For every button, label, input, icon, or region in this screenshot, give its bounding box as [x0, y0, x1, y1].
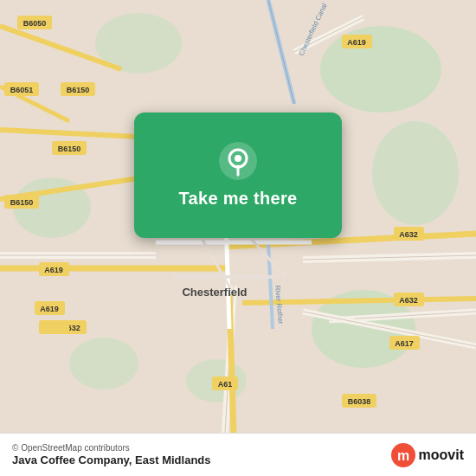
place-name: Java Coffee Company, East Midlands [12, 453, 211, 466]
svg-text:B6051: B6051 [10, 86, 34, 94]
svg-text:Chesterfield: Chesterfield [182, 286, 247, 299]
bottom-left-info: © OpenStreetMap contributors Java Coffee… [12, 443, 211, 466]
svg-text:A619: A619 [347, 38, 366, 47]
svg-rect-55 [39, 320, 69, 334]
cta-card[interactable]: Take me there [134, 113, 342, 238]
moovit-logo: m moovit [391, 443, 464, 467]
moovit-text: moovit [419, 447, 464, 463]
map-container: B6050 B6051 B6150 B6150 B6150 A619 A632 … [0, 0, 476, 433]
svg-text:m: m [396, 448, 408, 463]
svg-point-2 [372, 121, 459, 225]
svg-point-5 [69, 338, 138, 389]
location-pin-icon [219, 142, 257, 180]
cta-label: Take me there [179, 189, 298, 209]
svg-text:A632: A632 [399, 230, 418, 239]
svg-text:B6150: B6150 [10, 198, 34, 207]
svg-text:B6050: B6050 [23, 19, 47, 28]
svg-text:A619: A619 [40, 305, 59, 313]
bottom-bar: © OpenStreetMap contributors Java Coffee… [0, 433, 476, 476]
svg-text:A619: A619 [44, 266, 63, 274]
osm-attribution: © OpenStreetMap contributors [12, 443, 211, 453]
svg-text:A632: A632 [399, 296, 418, 305]
svg-point-71 [235, 155, 241, 162]
svg-text:A61: A61 [218, 380, 233, 389]
svg-text:B6150: B6150 [58, 145, 81, 153]
svg-point-1 [320, 26, 441, 113]
moovit-icon: m [391, 443, 415, 467]
svg-text:B6038: B6038 [348, 397, 371, 406]
svg-text:A617: A617 [395, 339, 414, 348]
svg-text:B6150: B6150 [67, 86, 90, 94]
